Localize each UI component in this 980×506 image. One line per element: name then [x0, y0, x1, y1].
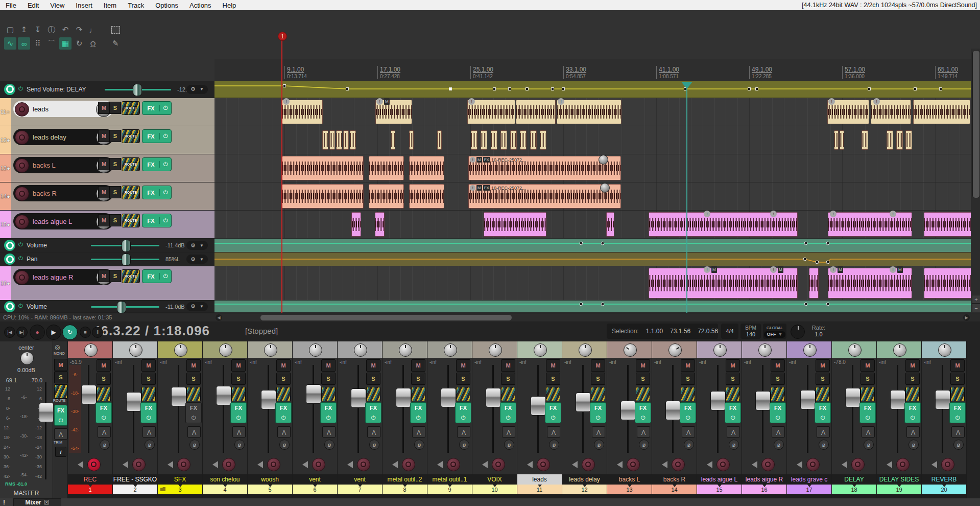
channel-phase-button[interactable]: ø	[729, 440, 739, 450]
channel-fader[interactable]	[261, 390, 276, 409]
solo-button[interactable]: S	[109, 270, 121, 282]
envelope-point[interactable]	[816, 261, 819, 264]
channel-number[interactable]: 3	[158, 485, 202, 494]
selection-length[interactable]: 72.0.56	[698, 328, 718, 335]
envelope-point[interactable]	[804, 303, 807, 306]
channel-route-icon[interactable]	[950, 387, 965, 401]
menu-options[interactable]: Options	[150, 2, 184, 9]
channel-fx-button[interactable]: FX	[275, 402, 292, 413]
mixer-strip-19[interactable]: -infMSFX⏻⋀øDELAY SIDES19	[877, 341, 922, 498]
channel-record-arm[interactable]	[492, 458, 505, 471]
menu-help[interactable]: Help	[217, 2, 242, 9]
channel-pan-knob[interactable]	[848, 343, 862, 357]
channel-fx-bypass[interactable]: ⏻	[185, 412, 202, 423]
channel-number[interactable]: 4	[203, 485, 247, 494]
rate-box[interactable]: Rate: 1.0	[808, 324, 829, 339]
channel-solo-button[interactable]: S	[905, 373, 920, 385]
fx-button[interactable]: FX	[142, 162, 159, 168]
media-item-slice[interactable]	[840, 130, 844, 150]
item-mute-icon[interactable]: M	[476, 185, 482, 191]
mixer-strip-12[interactable]: -infMSFX⏻⋀øleads delay12	[562, 341, 607, 498]
solo-button[interactable]: S	[109, 102, 121, 114]
media-item-slice[interactable]	[350, 130, 356, 150]
media-item[interactable]	[557, 100, 622, 124]
channel-envelope-button[interactable]: ⋀	[637, 426, 650, 438]
open-project-icon[interactable]: ↥	[18, 24, 30, 36]
channel-record-arm[interactable]	[672, 458, 685, 471]
envelope-slider-knob[interactable]	[122, 240, 131, 252]
channel-fx-bypass[interactable]: ⏻	[275, 412, 292, 423]
power-icon[interactable]: ⏻	[18, 85, 23, 92]
chevron-down-icon[interactable]: ▼	[200, 243, 204, 248]
channel-solo-button[interactable]: S	[771, 373, 785, 385]
channel-solo-button[interactable]: S	[636, 373, 650, 385]
channel-solo-button[interactable]: S	[97, 373, 111, 385]
fx-bypass-button[interactable]: ⏻	[159, 105, 171, 111]
channel-route-icon[interactable]	[861, 387, 875, 401]
media-item[interactable]: !MFX10-REC-25072...	[468, 184, 621, 209]
mute-button[interactable]: M	[98, 270, 110, 282]
envelope-active-button[interactable]	[4, 240, 15, 251]
envelope-point[interactable]	[580, 242, 583, 245]
channel-solo-button[interactable]: S	[321, 373, 336, 385]
channel-number[interactable]: 18	[832, 485, 876, 494]
channel-record-arm[interactable]	[357, 458, 370, 471]
master-strip[interactable]: center0.00dB-69.1-70.01260-6-12-18-24-30…	[0, 341, 53, 498]
media-item[interactable]	[375, 212, 385, 237]
zoom-in-button[interactable]: +	[972, 295, 980, 304]
media-item[interactable]	[924, 268, 971, 298]
envelope-slider-knob[interactable]	[122, 254, 131, 266]
menu-file[interactable]: File	[0, 2, 22, 9]
envelope-point[interactable]	[601, 303, 604, 306]
channel-phase-button[interactable]: ø	[909, 440, 919, 450]
channel-route-icon[interactable]	[231, 387, 246, 401]
master-route-icon[interactable]	[54, 384, 67, 399]
mixer-strip-13[interactable]: -infMSFX⏻⋀øbacks L13	[607, 341, 652, 498]
envelope-mode-icon[interactable]: ∿	[4, 37, 16, 50]
record-arm-button[interactable]	[15, 215, 29, 229]
track-panel-12[interactable]: 12●leads delayMSROUTEFX⏻	[0, 126, 214, 154]
channel-name[interactable]: metal outil..1	[427, 474, 472, 485]
channel-number[interactable]: 2	[113, 485, 157, 494]
channel-envelope-button[interactable]: ⋀	[906, 426, 920, 438]
channel-record-arm[interactable]	[312, 458, 325, 471]
channel-phase-button[interactable]: ø	[279, 440, 290, 450]
arrange-envelope-lane[interactable]	[214, 239, 971, 252]
channel-phase-button[interactable]: ø	[953, 440, 964, 450]
channel-phase-button[interactable]: ø	[864, 440, 874, 450]
channel-phase-button[interactable]: ø	[639, 440, 649, 450]
media-item-slice[interactable]	[896, 130, 903, 150]
channel-pan-knob[interactable]	[129, 343, 142, 357]
scroll-right-icon[interactable]: ▶	[963, 314, 970, 321]
channel-solo-button[interactable]: S	[231, 373, 246, 385]
menu-track[interactable]: Track	[122, 2, 150, 9]
fx-button[interactable]: FX	[142, 190, 159, 196]
media-item-slice[interactable]	[409, 130, 414, 150]
repeat-button[interactable]: ↻	[62, 325, 78, 340]
channel-mute-button[interactable]: M	[816, 359, 830, 372]
channel-fader[interactable]	[171, 387, 186, 406]
envelope-point[interactable]	[803, 258, 806, 261]
item-note-icon[interactable]: !	[376, 98, 383, 105]
channel-route-icon[interactable]	[816, 387, 830, 401]
fx-bypass-button[interactable]: ⏻	[159, 189, 171, 196]
project-settings-icon[interactable]: ⓘ	[45, 24, 58, 36]
scroll-left-icon[interactable]: ◀	[216, 314, 222, 321]
selection-start[interactable]: 1.1.00	[646, 328, 663, 335]
channel-number[interactable]: 8	[383, 485, 427, 494]
channel-fx-bypass[interactable]: ⏻	[545, 412, 561, 423]
channel-fader[interactable]	[531, 396, 546, 416]
channel-mute-button[interactable]: M	[276, 359, 291, 372]
channel-number[interactable]: 20	[922, 485, 966, 494]
mute-button[interactable]: M	[98, 214, 110, 226]
media-item-slice[interactable]	[391, 130, 395, 150]
media-item[interactable]	[409, 184, 444, 209]
envelope-slider-knob[interactable]	[117, 301, 126, 313]
channel-solo-button[interactable]: S	[186, 373, 201, 385]
channel-pan-knob[interactable]	[534, 343, 547, 357]
envelope-point[interactable]	[449, 88, 452, 90]
channel-envelope-button[interactable]: ⋀	[727, 426, 740, 438]
solo-button[interactable]: S	[109, 186, 121, 198]
media-item-slice[interactable]	[491, 130, 497, 150]
gear-icon[interactable]: ⚙	[190, 242, 196, 249]
